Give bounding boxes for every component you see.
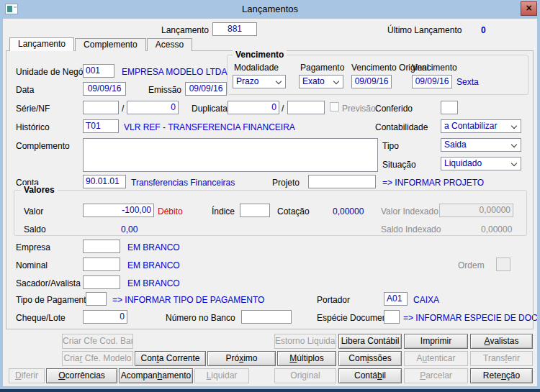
button-transferir: Transferir (470, 351, 533, 366)
button-contabil[interactable]: Contábil (338, 368, 402, 383)
close-button[interactable]: × (521, 1, 537, 16)
button-original: Original (274, 368, 336, 383)
lancamento-input[interactable]: 881 (212, 22, 257, 36)
ultimo-lancamento-value: 0 (481, 25, 486, 35)
window-frame-bottom (0, 386, 540, 392)
vencimento-legend: Vencimento (233, 50, 287, 60)
button-liquidar: Liquidar (194, 368, 249, 383)
lancamento-label: Lançamento (130, 25, 209, 35)
button-multiplos[interactable]: Múltiplos (277, 351, 336, 366)
button-libera-contabil[interactable]: Libera Contábil (338, 334, 402, 349)
tab-acesso[interactable]: Acesso (147, 38, 192, 51)
button-imprimir[interactable]: Imprimir (404, 334, 468, 349)
button-criar-cfe-cod-barras: Criar Cfe Cod. Barras (62, 334, 133, 349)
tab-bar: Lançamento Complemento Acesso (9, 37, 193, 51)
button-proximo[interactable]: Próximo (207, 351, 276, 366)
button-acompanhamento[interactable]: Acompanhamento (119, 368, 193, 383)
ultimo-lancamento-label: Último Lançamento (387, 25, 462, 35)
button-parcelar: Parcelar (404, 368, 468, 383)
button-conta-corrente[interactable]: Conta Corrente (135, 351, 206, 366)
titlebar[interactable]: Lançamentos × (0, 0, 540, 19)
button-avalistas[interactable]: Avalistas (470, 334, 533, 349)
window-title: Lançamentos (0, 4, 540, 14)
button-estorno-liquidacao: Estorno Liquidação (274, 334, 336, 349)
button-retencao[interactable]: Retenção (470, 368, 533, 383)
button-diferir: Diferir (9, 368, 45, 383)
tab-page-panel (6, 50, 534, 329)
button-ocorrencias[interactable]: Ocorrências (46, 368, 117, 383)
window-frame-right (537, 19, 540, 392)
valores-legend: Valores (21, 185, 58, 195)
window-frame-left (0, 19, 3, 392)
button-criar-cfe-modelo: Criar Cfe. Modelo (62, 351, 133, 366)
lancamentos-window: Lançamentos × Lançamento 881 Último Lanç… (0, 0, 540, 392)
button-autenticar: Autenticar (404, 351, 468, 366)
tab-lancamento[interactable]: Lançamento (9, 37, 74, 51)
tab-complemento[interactable]: Complemento (75, 38, 146, 51)
button-comissoes[interactable]: Comissões (338, 351, 402, 366)
